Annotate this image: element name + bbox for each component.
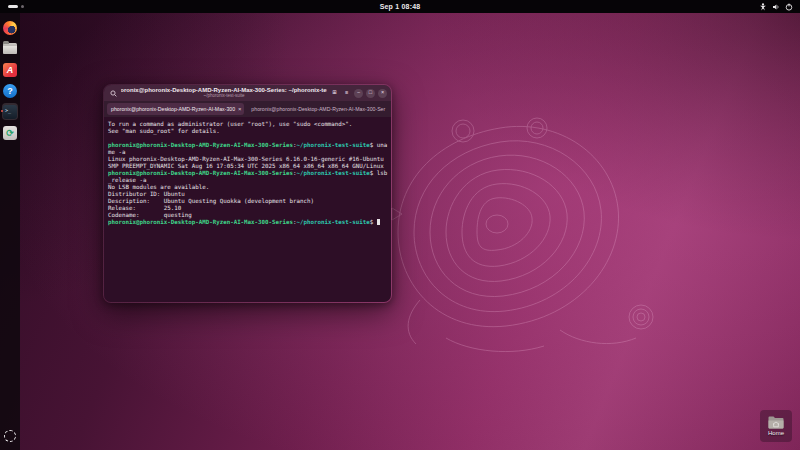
home-folder-label: Home [768,430,784,436]
window-title-group: phoronix@phoronix-Desktop-AMD-Ryzen-AI-M… [121,87,327,99]
maximize-button[interactable]: □ [366,89,375,98]
app-center-icon: A [3,63,17,77]
terminal-output[interactable]: To run a command as administrator (user … [104,117,391,303]
terminal-tab-inactive[interactable]: phoronix@phoronix-Desktop-AMD-Ryzen-AI-M… [247,103,388,115]
home-folder-icon [768,416,784,429]
close-button[interactable]: × [378,89,387,98]
software-updater-icon: ⟳ [3,126,17,140]
terminal-line: Description: Ubuntu Questing Quokka (dev… [108,198,387,205]
terminal-line: me -a [108,149,387,156]
dock-item-terminal[interactable]: >_ [0,101,20,122]
window-subtitle: ~/phoronix-test-suite [204,94,245,99]
terminal-line: _release -a [108,177,387,184]
terminal-titlebar[interactable]: phoronix@phoronix-Desktop-AMD-Ryzen-AI-M… [104,85,391,101]
dock-item-files[interactable] [0,38,20,59]
terminal-tabbar: phoronix@phoronix-Desktop-AMD-Ryzen-AI-M… [104,101,391,117]
terminal-icon: >_ [3,105,17,119]
terminal-line [108,135,387,142]
system-status-area[interactable] [759,3,800,11]
power-icon[interactable] [785,3,793,11]
show-apps-button[interactable] [4,430,16,442]
terminal-line: Release: 25.10 [108,205,387,212]
tab-close-icon[interactable]: × [238,106,242,112]
accessibility-icon[interactable] [759,3,767,11]
dock-item-app-center[interactable]: A [0,59,20,80]
terminal-window: phoronix@phoronix-Desktop-AMD-Ryzen-AI-M… [103,84,392,303]
tab-label: phoronix@phoronix-Desktop-AMD-Ryzen-AI-M… [111,106,235,112]
menu-button[interactable]: ≡ [342,89,351,98]
ubuntu-dock: A ? >_ ⟳ [0,13,20,450]
terminal-line: phoronix@phoronix-Desktop-AMD-Ryzen-AI-M… [108,170,387,177]
files-folder-icon [3,43,17,54]
gnome-top-bar: Sep 1 08:48 [0,0,800,13]
desktop-home-folder[interactable]: Home [760,410,792,442]
new-tab-button[interactable]: ⊞ [330,89,339,98]
terminal-tab-active[interactable]: phoronix@phoronix-Desktop-AMD-Ryzen-AI-M… [107,103,244,115]
volume-icon[interactable] [772,3,780,11]
dock-item-help[interactable]: ? [0,80,20,101]
terminal-line: No LSB modules are available. [108,184,387,191]
search-icon[interactable] [108,88,118,98]
terminal-line: See "man sudo_root" for details. [108,128,387,135]
terminal-line: SMP PREEMPT_DYNAMIC Sat Aug 16 17:05:34 … [108,163,387,170]
help-icon: ? [3,84,17,98]
terminal-line: To run a command as administrator (user … [108,121,387,128]
terminal-line: Linux phoronix-Desktop-AMD-Ryzen-AI-Max-… [108,156,387,163]
terminal-line: phoronix@phoronix-Desktop-AMD-Ryzen-AI-M… [108,142,387,149]
terminal-line: Distributor ID: Ubuntu [108,191,387,198]
minimize-button[interactable]: − [354,89,363,98]
dock-item-software-updater[interactable]: ⟳ [0,122,20,143]
dock-item-firefox[interactable] [0,17,20,38]
firefox-icon [3,21,17,35]
tab-label: phoronix@phoronix-Desktop-AMD-Ryzen-AI-M… [251,106,385,112]
terminal-line: phoronix@phoronix-Desktop-AMD-Ryzen-AI-M… [108,219,387,226]
clock[interactable]: Sep 1 08:48 [0,3,800,10]
terminal-line: Codename: questing [108,212,387,219]
terminal-cursor [377,219,380,225]
